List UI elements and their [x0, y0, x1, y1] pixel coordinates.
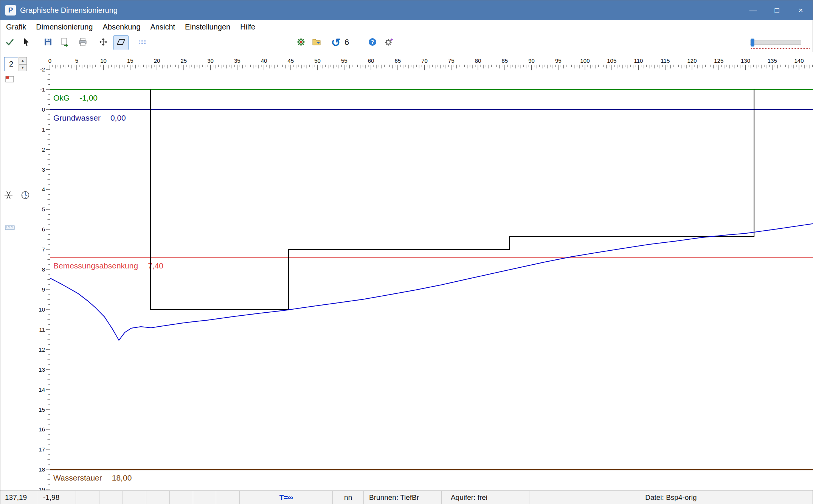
level-label-okg: OkG-1,00 [53, 93, 98, 102]
svg-text:140: 140 [794, 57, 804, 64]
settings-button[interactable] [382, 35, 397, 50]
spinner-up-button[interactable]: ▲ [19, 57, 27, 64]
open-result-button[interactable] [309, 35, 324, 50]
svg-text:9: 9 [42, 286, 45, 293]
crosshair-icon[interactable] [4, 191, 13, 201]
y-axis-labels: -2-1012345678910111213141516171819 [39, 66, 45, 490]
svg-text:5: 5 [75, 57, 78, 64]
svg-text:75: 75 [448, 57, 455, 64]
drawdown-curve[interactable] [50, 223, 813, 340]
svg-text:-1: -1 [40, 86, 45, 93]
svg-text:14: 14 [39, 386, 45, 393]
undo-iterations-button[interactable]: ↺ [328, 35, 343, 50]
svg-text:25: 25 [180, 57, 187, 64]
apply-button[interactable] [2, 35, 17, 50]
gear-color-icon [296, 37, 306, 48]
help-button[interactable]: ? [365, 35, 380, 50]
pan-tool-button[interactable] [96, 35, 111, 50]
help-icon: ? [368, 37, 377, 48]
minimize-button[interactable]: — [741, 0, 765, 20]
y-axis-ticks [46, 70, 50, 490]
svg-text:0: 0 [48, 57, 51, 64]
svg-text:18: 18 [39, 466, 45, 473]
svg-text:6: 6 [42, 226, 45, 233]
svg-text:15: 15 [127, 57, 133, 64]
svg-text:105: 105 [607, 57, 616, 64]
menu-ansicht[interactable]: Ansicht [146, 20, 180, 34]
status-empty-4 [146, 491, 170, 504]
status-empty-5 [170, 491, 193, 504]
chart-area[interactable]: 0510152025303540455055606570758085909510… [0, 52, 813, 490]
svg-text:40: 40 [261, 57, 267, 64]
svg-text:3: 3 [42, 166, 45, 173]
svg-text:8: 8 [42, 266, 45, 273]
svg-text:7: 7 [42, 246, 45, 253]
menu-hilfe[interactable]: Hilfe [235, 20, 260, 34]
print-button[interactable] [75, 35, 90, 50]
svg-text:10: 10 [100, 57, 107, 64]
page-number-spinner[interactable]: 2 [4, 57, 18, 71]
svg-text:5: 5 [42, 206, 45, 212]
levels-tool-button[interactable] [135, 35, 150, 50]
select-tool-button[interactable] [19, 35, 34, 50]
ruler-icon[interactable] [5, 225, 15, 232]
status-empty-7 [216, 491, 240, 504]
check-icon [5, 37, 15, 48]
excavation-profile[interactable] [150, 90, 754, 310]
menu-einstellungen[interactable]: Einstellungen [180, 20, 235, 34]
svg-text:1: 1 [42, 126, 45, 133]
status-brunnen: Brunnen: TiefBr [364, 491, 442, 504]
export-button[interactable] [57, 35, 72, 50]
level-label-grundwasser: Grundwasser0,00 [53, 113, 126, 122]
svg-text:60: 60 [368, 57, 374, 64]
level-label-wasserstauer: Wasserstauer18,00 [53, 473, 132, 482]
folder-icon [312, 37, 321, 48]
spinner-down-button[interactable]: ▼ [19, 64, 27, 71]
svg-text:0: 0 [42, 106, 45, 113]
parallelogram-icon [116, 37, 126, 48]
menu-absenkung[interactable]: Absenkung [98, 20, 145, 34]
panel-icon[interactable] [5, 76, 14, 85]
status-nn: nn [333, 491, 364, 504]
progress-slider-marker[interactable] [751, 39, 754, 47]
dashed-lines-icon [138, 37, 147, 48]
svg-text:90: 90 [528, 57, 535, 64]
svg-text:125: 125 [714, 57, 723, 64]
close-button[interactable]: × [789, 0, 813, 20]
svg-text:120: 120 [687, 57, 697, 64]
svg-text:95: 95 [555, 57, 562, 64]
menu-bar: Grafik Dimensionierung Absenkung Ansicht… [0, 20, 813, 34]
svg-text:115: 115 [661, 57, 670, 64]
region-tool-button[interactable] [113, 35, 129, 50]
svg-text:30: 30 [207, 57, 214, 64]
x-ruler-ticks [50, 65, 812, 70]
save-button[interactable] [40, 35, 56, 50]
menu-grafik[interactable]: Grafik [1, 20, 31, 34]
calculate-button[interactable] [293, 35, 309, 50]
svg-text:85: 85 [501, 57, 508, 64]
svg-text:110: 110 [634, 57, 643, 64]
maximize-button[interactable]: □ [765, 0, 789, 20]
toolbar: ↺ 6 ? [0, 34, 813, 52]
app-icon: P [5, 5, 16, 16]
svg-text:65: 65 [394, 57, 401, 64]
svg-text:100: 100 [580, 57, 590, 64]
clock-icon[interactable] [21, 191, 30, 201]
svg-text:55: 55 [341, 57, 348, 64]
svg-text:-2: -2 [40, 66, 45, 73]
status-empty-6 [193, 491, 217, 504]
svg-text:17: 17 [39, 446, 45, 453]
svg-text:15: 15 [39, 406, 45, 413]
move-icon [98, 37, 108, 48]
svg-text:11: 11 [39, 326, 45, 333]
svg-text:10: 10 [39, 306, 45, 313]
status-time-infinity: T=∞ [240, 491, 333, 504]
progress-slider-track[interactable] [750, 40, 801, 45]
slider-dotted-line [751, 48, 810, 49]
svg-text:12: 12 [39, 346, 45, 353]
menu-dimensionierung[interactable]: Dimensionierung [31, 20, 98, 34]
status-datei: Datei: Bsp4-orig [529, 491, 813, 504]
chart-canvas[interactable]: 0510152025303540455055606570758085909510… [0, 52, 813, 490]
svg-text:130: 130 [741, 57, 750, 64]
status-empty-1 [76, 491, 99, 504]
